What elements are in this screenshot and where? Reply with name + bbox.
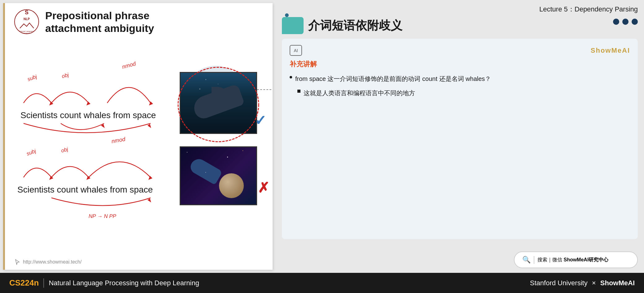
box-header: AI ShowMeAI: [290, 45, 630, 56]
water-particle-2: [218, 84, 218, 84]
subj-label-1: subj: [27, 73, 38, 82]
slide-title: Prepositional phrase attachment ambiguit…: [45, 9, 200, 35]
whale-image-2-container: ✗: [180, 146, 257, 205]
search-label-bold: ShowMeAI研究中心: [563, 257, 608, 262]
showmeai-brand: ShowMeAI: [591, 47, 630, 55]
xmark: ✗: [258, 180, 269, 196]
bottom-left: CS224n Natural Language Processing with …: [9, 278, 199, 288]
course-name: Natural Language Processing with Deep Le…: [49, 279, 199, 287]
stanford-text: Stanford University: [530, 279, 588, 287]
obj-label-2: obj: [60, 146, 69, 154]
whale-underwater-image: [180, 72, 257, 134]
bottom-right: Stanford University × ShowMeAI: [530, 279, 635, 287]
whale-space-image: [180, 146, 257, 205]
bottom-bar: CS224n Natural Language Processing with …: [0, 273, 644, 293]
search-label-1: 搜索｜微信: [537, 257, 563, 262]
water-particle-3: [199, 88, 200, 90]
whale-underwater-bg: [181, 73, 256, 133]
sentence-2: Scientists count whales from space: [17, 185, 172, 195]
x-separator: ×: [592, 279, 598, 287]
chinese-title: 介词短语依附歧义: [308, 18, 402, 33]
course-code: CS224n: [9, 278, 39, 288]
diagram-section: nmod subj obj: [14, 41, 263, 221]
star-3: [205, 172, 206, 173]
slide-header: S NLP Natural Language Processing Prepos…: [14, 9, 263, 35]
dots-nav: [613, 19, 638, 25]
teal-shape: [282, 17, 304, 34]
star-1: [187, 152, 187, 153]
search-container: 🔍 搜索｜微信 ShowMeAI研究中心: [282, 245, 638, 268]
bullet-dot-1: [290, 76, 292, 78]
stanford-logo: S NLP Natural Language Processing: [14, 9, 39, 34]
bullet-item-1: from space 这一介词短语修饰的是前面的动词 count 还是名词 wh…: [290, 73, 630, 84]
slide-content: S NLP Natural Language Processing Prepos…: [5, 3, 273, 270]
svg-marker-5: [148, 176, 152, 180]
right-panel: Lecture 5：Dependency Parsing 介词短语依附歧义 AI: [276, 0, 644, 273]
sentence-1: Scientists count whales from space: [20, 110, 172, 120]
logo-s: S: [15, 9, 38, 16]
logo-nlp: NLP: [24, 17, 30, 21]
explanation-content: from space 这一介词短语修饰的是前面的动词 count 还是名词 wh…: [290, 73, 630, 98]
cursor-icon: [14, 259, 20, 265]
search-icon: 🔍: [522, 256, 531, 264]
explanation-box: AI ShowMeAI 补充讲解 from space 这一介词短语修饰的是前面…: [282, 39, 638, 239]
showmeai-text: ShowMeAI: [600, 279, 635, 287]
space-planet-shape: [219, 173, 244, 198]
svg-marker-2: [86, 101, 90, 105]
search-text: 搜索｜微信 ShowMeAI研究中心: [537, 257, 608, 263]
teal-dot: [285, 13, 289, 17]
np-pp-label: NP → N PP: [89, 213, 116, 219]
dep-arcs-svg-2b: NP → N PP: [17, 195, 172, 220]
nav-dot-1[interactable]: [613, 19, 619, 25]
logo-bottom-text2: Processing: [15, 32, 38, 34]
whale-space-bg: [181, 147, 256, 204]
nav-dot-2[interactable]: [622, 19, 629, 25]
logo-mountain-icon: [18, 21, 35, 29]
star-4: [243, 150, 243, 151]
whale-image-1-container: ✓: [180, 72, 257, 134]
dashed-connector: [257, 89, 273, 90]
water-particle-1: [205, 79, 206, 80]
sub-bullet-square-1: [297, 90, 300, 93]
url-text: http://www.showmeai.tech/: [23, 259, 81, 265]
ai-icon: AI: [290, 45, 302, 56]
star-2: [227, 157, 228, 158]
sub-bullet-text-1: 这就是人类语言和编程语言中不同的地方: [304, 88, 415, 98]
checkmark: ✓: [255, 112, 266, 129]
lecture-title: Lecture 5：Dependency Parsing: [282, 5, 638, 14]
bottom-divider: [43, 278, 44, 288]
bullet-text-1: from space 这一介词短语修饰的是前面的动词 count 还是名词 wh…: [295, 73, 491, 84]
whale-images-container: ✓: [180, 72, 257, 205]
first-diagram: nmod subj obj: [17, 60, 172, 146]
stanford-logo-inner: S NLP Natural Language Processing: [15, 9, 38, 34]
main-container: S NLP Natural Language Processing Prepos…: [0, 0, 644, 293]
slide-url: http://www.showmeai.tech/: [14, 259, 81, 265]
space-whale-body: [188, 156, 223, 185]
search-box[interactable]: 🔍 搜索｜微信 ShowMeAI研究中心: [514, 251, 638, 268]
sub-bullet-1: 这就是人类语言和编程语言中不同的地方: [297, 88, 630, 98]
nav-dot-3[interactable]: [632, 19, 638, 25]
nmod-label-2: nmod: [111, 136, 126, 144]
supplement-label: 补充讲解: [290, 60, 630, 69]
content-area: S NLP Natural Language Processing Prepos…: [0, 0, 644, 273]
search-divider: [534, 256, 534, 264]
obj-label-1: obj: [61, 72, 70, 79]
second-diagram: nmod subj obj: [17, 134, 172, 221]
chinese-title-section: 介词短语依附歧义: [282, 17, 638, 34]
svg-marker-3: [147, 124, 151, 128]
slide-panel: S NLP Natural Language Processing Prepos…: [3, 3, 273, 270]
ai-icon-text: AI: [294, 48, 298, 53]
nmod-label: nmod: [121, 60, 137, 70]
subj-label-2: subj: [26, 148, 37, 157]
